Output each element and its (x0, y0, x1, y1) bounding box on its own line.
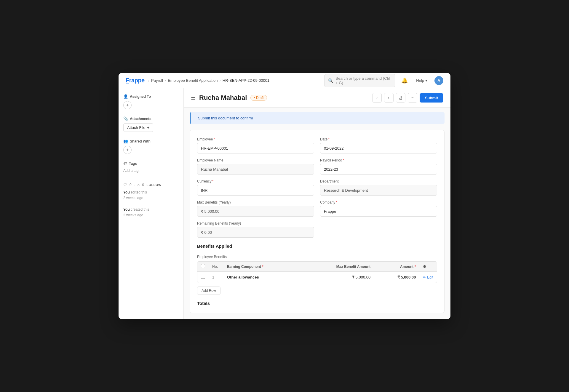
doc-title: Rucha Mahabal (199, 94, 247, 102)
col-earning-component: Earning Component * (223, 262, 301, 272)
col-no: No. (209, 262, 223, 272)
doc-actions: ‹ › 🖨 ··· Submit (372, 93, 443, 103)
col-amount: Amount * (374, 262, 419, 272)
row-1-checkbox-cell (197, 272, 209, 283)
currency-label: Currency* (197, 179, 314, 183)
department-field: Department Research & Development (320, 179, 437, 196)
remaining-benefits-field: Remaining Benefits (Yearly) ₹ 0.00 (197, 221, 314, 238)
like-icon: ♡ (123, 183, 127, 187)
company-label: Company* (320, 200, 437, 204)
form-row-1: Employee* HR-EMP-00001 Date* 01-09-2022 (197, 137, 437, 153)
max-benefits-field: Max Benefits (Yearly) ₹ 5,000.00 (197, 200, 314, 217)
row-1-no: 1 (209, 272, 223, 283)
employee-benefits-sublabel: Employee Benefits (197, 255, 437, 259)
doc-header: ☰ Rucha Mahabal • Draft ‹ › 🖨 ··· Submit (184, 88, 450, 108)
date-field: Date* 01-09-2022 (320, 137, 437, 153)
col-settings: ⚙ (419, 262, 437, 272)
hamburger-icon[interactable]: ☰ (191, 95, 196, 101)
prev-doc-button[interactable]: ‹ (372, 93, 382, 103)
next-doc-button[interactable]: › (384, 93, 394, 103)
submit-button[interactable]: Submit (420, 93, 443, 103)
attachments-label: 📎 Attachments (123, 116, 179, 121)
breadcrumb-payroll[interactable]: Payroll (151, 78, 163, 83)
employee-name-value: Rucha Mahabal (197, 164, 314, 175)
employee-label: Employee* (197, 137, 314, 141)
activity-time-1: 2 weeks ago (123, 213, 143, 217)
print-button[interactable]: 🖨 (396, 93, 405, 103)
max-benefits-label: Max Benefits (Yearly) (197, 200, 314, 204)
avatar[interactable]: A (434, 76, 443, 85)
activity-action-0: edited this (131, 190, 147, 194)
form-row-5: Remaining Benefits (Yearly) ₹ 0.00 (197, 221, 437, 238)
payroll-period-field: Payroll Period* 2022-23 (320, 158, 437, 175)
form-row-2: Employee Name Rucha Mahabal Payroll Peri… (197, 158, 437, 175)
form-card: Employee* HR-EMP-00001 Date* 01-09-2022 (190, 130, 445, 313)
date-value[interactable]: 01-09-2022 (320, 143, 437, 153)
help-button[interactable]: Help ▾ (414, 77, 430, 84)
more-actions-button[interactable]: ··· (408, 93, 417, 103)
row-1-earning-component: Other allowances (223, 272, 301, 283)
assigned-to-label: 👤 Assigned To (123, 94, 179, 99)
benefits-applied-section-header: Benefits Applied (197, 244, 437, 251)
notifications-button[interactable]: 🔔 (400, 76, 409, 85)
follow-button[interactable]: FOLLOW (146, 183, 162, 187)
date-label: Date* (320, 137, 437, 141)
benefits-table-wrapper: No. Earning Component * Max Benefit Amou… (197, 261, 437, 283)
top-nav: Frappe › Payroll › Employee Benefit Appl… (119, 73, 450, 88)
alert-banner: Submit this document to confirm (190, 112, 445, 124)
breadcrumb-benefit-app[interactable]: Employee Benefit Application (168, 78, 218, 83)
status-badge: • Draft (250, 95, 267, 101)
search-bar[interactable]: 🔍 Search or type a command (Ctrl + G) (324, 74, 395, 87)
attachments-icon: 📎 (123, 116, 128, 121)
add-row-button[interactable]: Add Row (197, 287, 220, 295)
employee-name-field: Employee Name Rucha Mahabal (197, 158, 314, 175)
search-placeholder: Search or type a command (Ctrl + G) (335, 76, 391, 85)
form-area: Employee* HR-EMP-00001 Date* 01-09-2022 (184, 124, 450, 319)
help-label: Help (416, 78, 424, 83)
select-all-checkbox[interactable] (201, 264, 205, 268)
row-1-checkbox[interactable] (201, 275, 205, 279)
totals-label: Totals (197, 301, 437, 306)
department-value: Research & Development (320, 185, 437, 196)
attach-file-plus-icon: + (147, 125, 149, 130)
row-1-max-benefit-amount: ₹ 5,000.00 (301, 272, 374, 283)
edit-link-label: Edit (427, 275, 433, 279)
breadcrumb-sep-2: › (165, 78, 166, 83)
tags-label: 🏷 Tags (123, 161, 179, 166)
activity-item-0: You edited this 2 weeks ago (123, 190, 179, 201)
nav-right: 🔍 Search or type a command (Ctrl + G) 🔔 … (324, 74, 443, 87)
max-benefits-value: ₹ 5,000.00 (197, 206, 314, 217)
activity-actor-0: You (123, 190, 130, 194)
attach-file-button[interactable]: Attach File + (123, 123, 153, 132)
employee-value[interactable]: HR-EMP-00001 (197, 143, 314, 153)
tags-icon: 🏷 (123, 161, 127, 166)
col-max-benefit-amount: Max Benefit Amount (301, 262, 374, 272)
department-label: Department (320, 179, 437, 183)
app-logo[interactable]: Frappe (126, 77, 145, 84)
form-row-3: Currency* INR Department Research & Deve… (197, 179, 437, 196)
breadcrumb-sep-3: › (220, 78, 221, 83)
add-assigned-to-button[interactable]: + (123, 101, 132, 109)
currency-field: Currency* INR (197, 179, 314, 196)
breadcrumb-sep-1: › (148, 78, 149, 83)
search-icon: 🔍 (328, 78, 333, 83)
row-1-edit-link[interactable]: ✏ Edit (423, 275, 433, 279)
table-header-row: No. Earning Component * Max Benefit Amou… (197, 262, 437, 272)
breadcrumb: › Payroll › Employee Benefit Application… (148, 78, 269, 83)
sidebar-assigned-to-section: 👤 Assigned To + (123, 94, 179, 109)
company-field: Company* Frappe (320, 200, 437, 217)
currency-value[interactable]: INR (197, 185, 314, 196)
table-row: 1 Other allowances ₹ 5,000.00 ₹ 5,000.00 (197, 272, 437, 283)
shared-with-icon: 👥 (123, 139, 128, 143)
add-tag-input[interactable]: Add a tag ... (123, 169, 143, 173)
likes-count: 0 (130, 183, 132, 187)
payroll-period-value[interactable]: 2022-23 (320, 164, 437, 175)
activity-log: You edited this 2 weeks ago You created … (123, 190, 179, 218)
company-value[interactable]: Frappe (320, 206, 437, 217)
main-layout: 👤 Assigned To + 📎 Attachments Attach Fil… (119, 88, 450, 319)
row-1-amount: ₹ 5,000.00 (374, 272, 419, 283)
activity-item-1: You created this 2 weeks ago (123, 207, 179, 218)
social-dot: · (134, 183, 135, 187)
assigned-to-icon: 👤 (123, 94, 128, 99)
add-shared-with-button[interactable]: + (123, 146, 132, 154)
